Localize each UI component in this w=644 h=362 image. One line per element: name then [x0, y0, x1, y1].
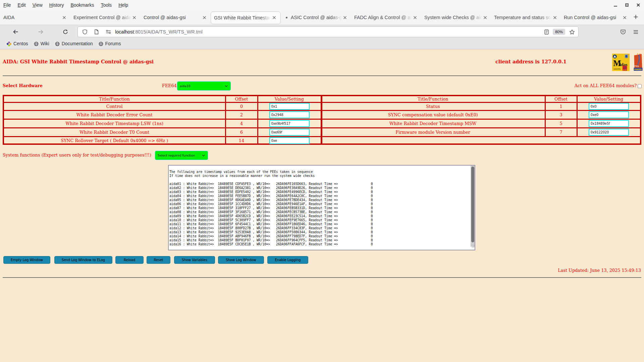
tcl-powered-logo[interactable]: TCL POWERED [634, 53, 643, 72]
window-minimize-button[interactable] [613, 3, 618, 7]
svg-text:powered by: powered by [614, 68, 621, 70]
empty-log-window-button[interactable]: Empty Log Window [3, 256, 50, 264]
tab-title: System wide Checks @ aida [424, 15, 482, 20]
register-row: White Rabbit Decoder T0 Count 6 [4, 128, 321, 137]
log-window[interactable]: The following are timestamp values from … [168, 165, 475, 250]
pocket-button[interactable] [620, 25, 626, 39]
column-header-value: Value/Setting [577, 96, 640, 103]
resize-grip-icon[interactable] [471, 244, 475, 250]
app-menu-button[interactable] [633, 25, 638, 39]
register-title: White Rabbit Decoder Timestamp MSW [321, 119, 545, 128]
tab-attention-dot-icon [286, 17, 287, 18]
permissions-icon[interactable] [106, 29, 111, 34]
register-value-cell [577, 128, 640, 137]
log-scrollbar-track[interactable] [471, 166, 475, 247]
fee64-select[interactable]: aida10 [177, 81, 231, 90]
reader-mode-icon[interactable] [544, 29, 549, 35]
register-value-input[interactable] [589, 111, 629, 118]
browser-tab-7[interactable]: Temperature and status scan [491, 10, 561, 25]
forward-button[interactable] [38, 25, 44, 39]
browser-tab-3[interactable]: GSI White Rabbit Timestamp [211, 10, 281, 25]
menu-history[interactable]: History [49, 2, 64, 8]
tab-close-button[interactable] [132, 16, 136, 19]
register-value-input[interactable] [269, 129, 310, 136]
enable-logging-button[interactable]: Enable Logging [267, 256, 308, 264]
log-scrollbar-thumb[interactable] [471, 167, 474, 242]
close-icon [343, 16, 347, 19]
zoom-level-button[interactable]: 80% [553, 29, 565, 35]
register-value-input[interactable] [589, 103, 629, 110]
bookmark-star-icon[interactable] [569, 29, 575, 35]
navigation-toolbar: localhost:8015/AIDA/TS_WR/TS_WR.tml 80% [0, 25, 644, 39]
register-offset: 5 [545, 119, 577, 128]
tab-title: AIDA [3, 15, 61, 20]
svg-text:TCL: TCL [635, 65, 640, 67]
url-text[interactable]: localhost:8015/AIDA/TS_WR/TS_WR.tml [115, 29, 203, 35]
register-title: Control [4, 103, 225, 111]
register-value-input[interactable] [269, 120, 310, 127]
shield-icon[interactable] [83, 29, 87, 35]
act-on-all-checkbox[interactable] [638, 84, 642, 88]
window-restore-button[interactable] [625, 3, 629, 7]
fee64-label: FEE64 [162, 83, 177, 88]
column-header-offset: Offset [545, 96, 577, 103]
tab-close-button[interactable] [343, 16, 347, 19]
plus-icon [633, 14, 638, 19]
url-bar[interactable]: localhost:8015/AIDA/TS_WR/TS_WR.tml 80% [77, 26, 579, 37]
bookmark-centos[interactable]: Centos [7, 41, 28, 46]
page-title: AIDA: GSI White Rabbit Timestamp Control… [3, 58, 154, 65]
bookmark-forums[interactable]: Forums [99, 41, 121, 46]
system-functions-select[interactable]: Select required function [155, 151, 208, 160]
show-variables-button[interactable]: Show Variables [174, 256, 215, 264]
midas-logo[interactable]: M idas powered by S I M P L E [612, 54, 630, 72]
browser-tab-2[interactable]: Control @ aidas-gsi [141, 10, 211, 25]
reload-button-page[interactable]: Reload [115, 256, 144, 264]
register-value-input[interactable] [589, 120, 629, 127]
tab-close-button[interactable] [203, 16, 206, 19]
show-log-window-button[interactable]: Show Log Window [218, 256, 264, 264]
browser-tab-5[interactable]: FADC Align & Control @ aid [351, 10, 421, 25]
window-close-button[interactable] [636, 3, 641, 7]
reload-icon [63, 29, 68, 35]
browser-tab-1[interactable]: Experiment Control @ aidas [70, 10, 141, 25]
register-offset: 0 [225, 103, 258, 111]
tab-close-button[interactable] [483, 16, 487, 19]
menu-edit[interactable]: Edit [18, 2, 26, 8]
register-offset: 7 [545, 128, 577, 137]
register-value-input[interactable] [589, 129, 629, 136]
bookmark-wiki[interactable]: Wiki [34, 41, 49, 46]
browser-tab-0[interactable]: AIDA [0, 10, 70, 25]
bookmark-documentation[interactable]: Documentation [55, 41, 93, 46]
register-value-input[interactable] [269, 111, 310, 118]
tab-close-button[interactable] [272, 16, 276, 19]
tab-close-button[interactable] [623, 16, 627, 19]
menu-view[interactable]: View [33, 2, 43, 8]
new-tab-button[interactable] [633, 14, 638, 21]
browser-tab-8[interactable]: Run Control @ aidas-gsi [561, 10, 631, 25]
send-log-to-elog-button[interactable]: Send Log Window to ELog [54, 256, 112, 264]
menu-file[interactable]: File [3, 2, 11, 8]
browser-tab-6[interactable]: System wide Checks @ aida [421, 10, 491, 25]
register-title: White Rabbit Decoder Timestamp LSW (1ns) [4, 119, 225, 128]
reload-button[interactable] [63, 25, 68, 39]
column-header-title: Title/Function [321, 96, 545, 103]
column-header-offset: Offset [225, 96, 258, 103]
tab-close-button[interactable] [413, 16, 417, 19]
register-row: White Rabbit Decoder Timestamp LSW (1ns)… [4, 119, 321, 128]
menu-help[interactable]: Help [118, 2, 128, 8]
register-value-input[interactable] [269, 103, 310, 110]
register-value-input[interactable] [269, 137, 310, 144]
tab-close-button[interactable] [553, 16, 557, 19]
menu-bar: File Edit View History Bookmarks Tools H… [0, 0, 644, 10]
page-info-icon[interactable] [94, 29, 99, 35]
register-offset: 1 [545, 103, 577, 111]
select-hardware-label: Select Hardware [3, 83, 43, 88]
tab-close-button[interactable] [62, 16, 66, 19]
firefox-window: File Edit View History Bookmarks Tools H… [0, 0, 644, 362]
register-offset: 6 [225, 128, 258, 137]
browser-tab-4[interactable]: ASIC Control @ aidas-gs [281, 10, 351, 25]
menu-bookmarks[interactable]: Bookmarks [70, 2, 94, 8]
reset-button[interactable]: Reset [147, 256, 170, 264]
menu-tools[interactable]: Tools [101, 2, 112, 8]
back-button[interactable] [13, 25, 18, 39]
